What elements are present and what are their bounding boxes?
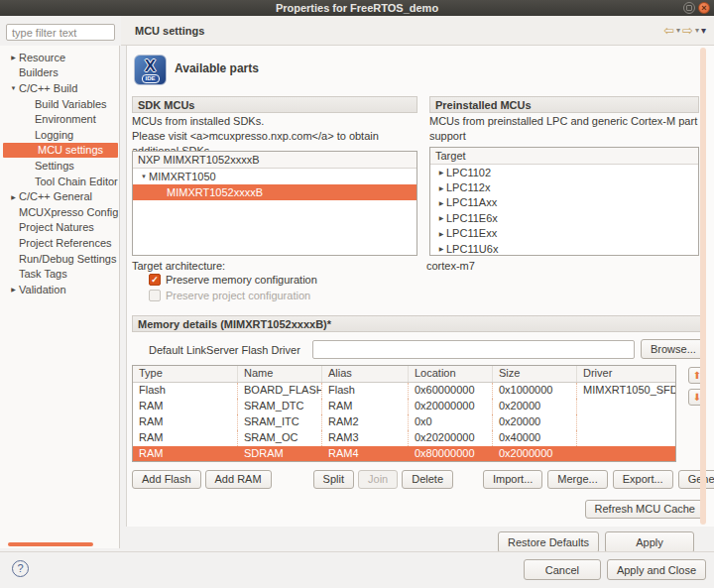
properties-tree: ▶ Resource Builders ▼ C/C++ Build Build …: [0, 46, 120, 548]
chevron-down-icon[interactable]: ▼: [139, 174, 149, 179]
sidebar-item-mcu-settings[interactable]: MCU settings: [3, 143, 118, 159]
view-menu-icon[interactable]: ▾: [701, 25, 706, 36]
export-button[interactable]: Export...: [613, 470, 673, 489]
page-title: MCU settings: [135, 25, 204, 37]
merge-button[interactable]: Merge...: [547, 470, 607, 489]
sidebar-item-environment[interactable]: Environment: [0, 111, 119, 127]
window-title: Properties for FreeRTOS_demo: [276, 2, 438, 14]
import-button[interactable]: Import...: [483, 470, 542, 489]
sidebar-item-builders[interactable]: Builders: [0, 65, 119, 81]
cancel-button[interactable]: Cancel: [524, 559, 601, 580]
sidebar-item-label: MCUXpresso Config To: [19, 206, 119, 218]
properties-dialog: { "window": { "title": "Properties for F…: [0, 0, 714, 588]
sdk-mcus-tree: NXP MIMXRT1052xxxxB ▼ MIMXRT1050 MIMXRT1…: [132, 151, 417, 256]
preinstalled-mcus-list: Target ▶ LPC1102 ▶ LPC112x ▶ LPC11Axx ▶ …: [429, 147, 699, 256]
table-row[interactable]: RAM SRAM_OC RAM3 0x20200000 0x40000: [133, 430, 675, 446]
list-item[interactable]: ▶ LPC11Exx: [430, 226, 698, 241]
sidebar-item-validation[interactable]: ▶ Validation: [0, 282, 119, 297]
column-header[interactable]: Driver: [577, 366, 675, 382]
chevron-right-icon[interactable]: ▶: [436, 230, 446, 237]
sidebar-item-settings[interactable]: Settings: [0, 158, 119, 174]
chevron-right-icon[interactable]: ▶: [8, 193, 19, 200]
generate-button[interactable]: Generate...: [678, 470, 714, 489]
sidebar-item-run-debug-settings[interactable]: Run/Debug Settings: [0, 251, 119, 267]
sidebar-item-cpp-build[interactable]: ▼ C/C++ Build: [0, 80, 119, 96]
flash-driver-input[interactable]: [312, 340, 635, 359]
close-button[interactable]: ×: [698, 2, 710, 14]
list-item[interactable]: ▶ LPC11E6x: [430, 210, 698, 225]
table-row[interactable]: RAM SRAM_DTC RAM 0x20000000 0x20000: [133, 399, 675, 414]
sidebar-item-label: Tool Chain Editor: [35, 176, 118, 187]
split-button[interactable]: Split: [313, 470, 354, 489]
sidebar-item-logging[interactable]: Logging: [0, 127, 119, 143]
chevron-right-icon[interactable]: ▶: [436, 184, 446, 191]
sidebar-item-label: Environment: [35, 113, 96, 125]
apply-button[interactable]: Apply: [605, 531, 694, 551]
column-header[interactable]: Name: [238, 366, 322, 382]
page-header: MCU settings ⇦ ▾ ⇨ ▾ ▾: [121, 16, 714, 46]
chevron-right-icon[interactable]: ▶: [8, 54, 19, 60]
list-item[interactable]: ▶ LPC112x: [430, 179, 698, 194]
list-item[interactable]: ▶ LPC11U6x: [430, 241, 698, 256]
browse-button[interactable]: Browse...: [641, 339, 706, 359]
checkbox-label: Preserve project configuration: [166, 290, 310, 301]
add-ram-button[interactable]: Add RAM: [205, 470, 272, 489]
sdk-tree-parent-row[interactable]: ▼ MIMXRT1050: [133, 169, 416, 184]
sidebar-item-resource[interactable]: ▶ Resource: [0, 50, 119, 65]
maximize-button[interactable]: [683, 2, 695, 14]
back-icon[interactable]: ⇦: [663, 24, 674, 37]
preserve-project-checkbox-row: Preserve project configuration: [149, 290, 310, 301]
checkbox-checked-icon[interactable]: ✓: [149, 274, 161, 286]
chevron-right-icon[interactable]: ▶: [436, 245, 446, 252]
sidebar-item-build-variables[interactable]: Build Variables: [0, 96, 119, 112]
add-flash-button[interactable]: Add Flash: [132, 470, 201, 489]
sidebar-item-project-references[interactable]: Project References: [0, 235, 119, 251]
chevron-down-icon[interactable]: ▼: [8, 85, 19, 91]
column-header[interactable]: Alias: [322, 366, 409, 382]
preserve-memory-checkbox-row: ✓ Preserve memory configuration: [149, 274, 317, 286]
delete-button[interactable]: Delete: [402, 470, 453, 489]
filter-input[interactable]: [6, 24, 115, 41]
restore-defaults-button[interactable]: Restore Defaults: [498, 531, 599, 551]
join-button: Join: [358, 470, 398, 489]
sidebar-item-label: C/C++ Build: [19, 82, 77, 94]
chevron-right-icon[interactable]: ▶: [436, 199, 446, 206]
column-header[interactable]: Size: [493, 366, 577, 382]
table-row-selected[interactable]: RAM SDRAM RAM4 0x80000000 0x2000000: [133, 446, 675, 462]
column-header[interactable]: Type: [133, 366, 238, 382]
target-column-header: Target: [430, 148, 698, 165]
sidebar-item-label: C/C++ General: [19, 190, 92, 202]
chevron-right-icon[interactable]: ▶: [436, 169, 446, 176]
checkbox-label[interactable]: Preserve memory configuration: [166, 274, 317, 286]
chevron-right-icon[interactable]: ▶: [8, 286, 19, 293]
table-row[interactable]: RAM SRAM_ITC RAM2 0x0 0x20000: [133, 414, 675, 430]
table-row[interactable]: Flash BOARD_FLASH Flash 0x60000000 0x100…: [133, 383, 675, 399]
sidebar-item-tool-chain-editor[interactable]: Tool Chain Editor: [0, 174, 119, 189]
sidebar-item-cpp-general[interactable]: ▶ C/C++ General: [0, 188, 119, 204]
list-item[interactable]: ▶ LPC11Axx: [430, 195, 698, 210]
dialog-button-bar: ? Cancel Apply and Close: [0, 551, 714, 588]
sidebar-item-task-tags[interactable]: Task Tags: [0, 266, 119, 282]
column-header[interactable]: Location: [409, 366, 493, 382]
sdk-tree-column-header: NXP MIMXRT1052xxxxB: [133, 152, 416, 169]
list-item[interactable]: ▶ LPC1102: [430, 165, 698, 179]
vertical-scrollbar[interactable]: [700, 48, 706, 525]
apply-and-close-button[interactable]: Apply and Close: [607, 559, 706, 580]
target-architecture-value: cortex-m7: [426, 260, 475, 272]
sidebar-item-label: Logging: [35, 129, 73, 141]
sidebar-item-mcuxpresso-config[interactable]: MCUXpresso Config To: [0, 204, 119, 220]
sdk-tree-selected-row[interactable]: MIMXRT1052xxxxB: [133, 184, 416, 200]
chevron-right-icon[interactable]: ▶: [436, 214, 446, 221]
sidebar-horizontal-scrollbar[interactable]: [8, 542, 93, 546]
sidebar-item-project-natures[interactable]: Project Natures: [0, 220, 119, 236]
sidebar-item-label: Project Natures: [19, 221, 94, 233]
help-button[interactable]: ?: [12, 560, 29, 577]
mcu-settings-page: X IDE Available parts SDK MCUs MCUs from…: [126, 46, 714, 527]
refresh-mcu-cache-button[interactable]: Refresh MCU Cache: [585, 500, 705, 519]
mcuxpresso-ide-icon: X IDE: [134, 55, 167, 85]
banner-title: Available parts: [175, 61, 259, 75]
forward-icon[interactable]: ⇨: [682, 24, 693, 37]
back-dropdown-icon[interactable]: ▾: [676, 26, 680, 35]
titlebar-buttons: ×: [683, 2, 710, 14]
forward-dropdown-icon[interactable]: ▾: [695, 26, 699, 35]
